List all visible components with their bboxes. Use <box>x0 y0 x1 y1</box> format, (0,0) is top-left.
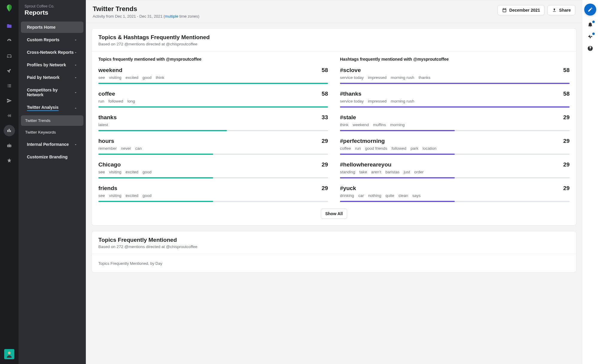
trend-name: Chicago <box>98 161 121 168</box>
card-title: Topics & Hashtags Frequently Mentioned <box>98 34 570 41</box>
nav-internal-perf[interactable]: Internal Performance <box>21 139 83 150</box>
right-rail <box>582 0 598 364</box>
nav-reports-home[interactable]: Reports Home <box>21 22 83 33</box>
trend-row: #yuck29drinkingcarnothingquitecleansays <box>340 185 570 202</box>
main-content: Twitter Trends Activity from Dec 1, 2021… <box>86 0 582 364</box>
trend-name: #hellowhereareyou <box>340 161 391 168</box>
timezone-link[interactable]: multiple <box>165 14 178 19</box>
trend-words: service todayimpressedmorning rushthanks <box>340 75 570 80</box>
trend-row: weekend58seevisitingexcitedgoodthink <box>98 67 328 84</box>
section-title: Reports <box>25 9 80 16</box>
trend-bar <box>98 201 328 202</box>
chevron-down-icon <box>74 38 77 42</box>
pin-icon[interactable] <box>4 65 15 77</box>
analytics-icon[interactable] <box>4 125 15 136</box>
sidebar-header: Sprout Coffee Co. Reports <box>19 0 86 21</box>
trend-value: 29 <box>322 161 328 168</box>
trend-value: 29 <box>563 138 570 144</box>
trend-row: #perfectmorning29coffeerungood friendsfo… <box>340 138 570 155</box>
trend-name: coffee <box>98 91 115 97</box>
nav-competitors[interactable]: Competitors by Network <box>21 84 83 100</box>
trend-bar <box>98 154 328 155</box>
card-topics-hashtags: Topics & Hashtags Frequently Mentioned B… <box>91 28 576 226</box>
hashtags-col-title: Hashtags frequently mentioned with @mysp… <box>340 57 570 62</box>
trend-words: remembernevercan <box>98 146 328 151</box>
send-icon[interactable] <box>4 95 15 106</box>
dashboard-icon[interactable] <box>4 35 15 47</box>
app-logo[interactable] <box>4 3 14 13</box>
trend-value: 33 <box>322 114 328 121</box>
trend-row: #sclove58service todayimpressedmorning r… <box>340 67 570 84</box>
show-all-button[interactable]: Show All <box>321 209 347 219</box>
trend-bar <box>340 130 570 131</box>
trend-value: 58 <box>322 91 328 97</box>
trend-words: seevisitingexcitedgood <box>98 170 328 174</box>
trend-words: seevisitingexcitedgood <box>98 193 328 198</box>
nav-twitter-keywords[interactable]: Twitter Keywords <box>21 127 83 137</box>
icon-rail <box>0 0 19 364</box>
trend-value: 29 <box>563 114 570 121</box>
trend-bar <box>340 177 570 178</box>
trend-bar <box>98 130 328 131</box>
page-subtitle: Activity from Dec 1, 2021 - Dec 31, 2021… <box>93 14 199 19</box>
chevron-down-icon <box>74 51 77 54</box>
topbar: Twitter Trends Activity from Dec 1, 2021… <box>86 0 582 23</box>
inbox-icon[interactable] <box>4 50 15 62</box>
list-icon[interactable] <box>4 80 15 91</box>
trend-value: 58 <box>563 91 570 97</box>
nav-paid[interactable]: Paid by Network <box>21 72 83 83</box>
trend-name: #stale <box>340 114 356 121</box>
topics-column: Topics frequently mentioned with @myspro… <box>98 57 328 209</box>
trend-words: standingtakearen'tbaristasjustorder <box>340 170 570 174</box>
activity-icon[interactable] <box>587 33 593 39</box>
nav-twitter-trends[interactable]: Twitter Trends <box>21 115 83 126</box>
trend-words: runfollowedlong <box>98 99 328 103</box>
trend-words: seevisitingexcitedgoodthink <box>98 75 328 80</box>
chevron-down-icon <box>74 63 77 67</box>
trend-words: service todayimpressedmorning rush <box>340 99 570 103</box>
chevron-up-icon <box>74 106 77 110</box>
trend-name: #thanks <box>340 91 361 97</box>
sidebar: Sprout Coffee Co. Reports Reports Home C… <box>19 0 86 364</box>
org-name: Sprout Coffee Co. <box>25 4 80 8</box>
trend-bar <box>98 177 328 178</box>
nav-custom-reports[interactable]: Custom Reports <box>21 34 83 45</box>
trend-row: Chicago29seevisitingexcitedgood <box>98 161 328 178</box>
page-title: Twitter Trends <box>93 5 199 13</box>
bot-icon[interactable] <box>4 140 15 151</box>
trend-words: latest <box>98 123 328 127</box>
calendar-icon <box>502 8 507 13</box>
share-button[interactable]: Share <box>547 5 575 15</box>
trend-row: coffee58runfollowedlong <box>98 91 328 108</box>
trend-name: #yuck <box>340 185 356 192</box>
nav-profiles[interactable]: Profiles by Network <box>21 59 83 71</box>
bell-icon[interactable] <box>587 22 593 27</box>
trend-row: thanks33latest <box>98 114 328 131</box>
trend-bar <box>98 83 328 84</box>
share-icon <box>552 8 557 13</box>
trend-name: hours <box>98 138 114 144</box>
nav-customize-branding[interactable]: Customize Branding <box>21 151 83 163</box>
nav-cross-network[interactable]: Cross-Network Reports <box>21 47 83 58</box>
trend-value: 29 <box>563 185 570 192</box>
trend-value: 29 <box>322 138 328 144</box>
card-title: Topics Frequently Mentioned <box>98 237 570 243</box>
trend-words: thinkweekendmuffinsmorning <box>340 123 570 127</box>
compose-button[interactable] <box>584 4 596 16</box>
trend-name: #sclove <box>340 67 361 74</box>
date-range-button[interactable]: December 2021 <box>498 5 544 15</box>
help-icon[interactable] <box>587 45 593 51</box>
trend-bar <box>340 106 570 108</box>
trend-bar <box>98 106 328 108</box>
trend-bar <box>340 154 570 155</box>
card-subtitle: Based on 272 @mentions directed at @chis… <box>98 42 570 46</box>
nav-twitter-analysis[interactable]: Twitter Analysis <box>21 102 83 114</box>
trend-name: friends <box>98 185 117 192</box>
user-avatar[interactable] <box>4 349 14 359</box>
star-icon[interactable] <box>4 155 15 166</box>
audio-icon[interactable] <box>4 110 15 121</box>
trend-row: #thanks58service todayimpressedmorning r… <box>340 91 570 108</box>
card-subtitle: Based on 272 @mentions directed at @chis… <box>98 244 570 249</box>
folder-icon[interactable] <box>4 20 15 32</box>
card-topics-frequently: Topics Frequently Mentioned Based on 272… <box>91 231 576 273</box>
